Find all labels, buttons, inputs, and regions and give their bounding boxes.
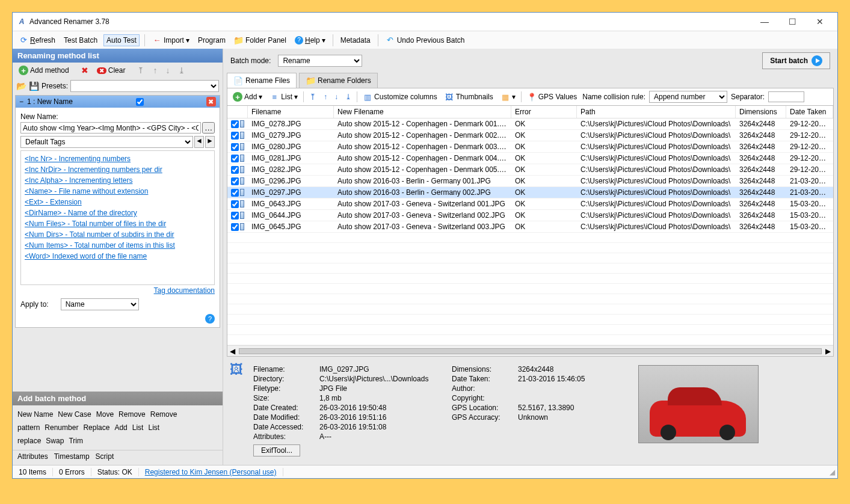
view-options-button[interactable]: ▦▾: [499, 91, 517, 102]
row-checkbox[interactable]: [231, 155, 239, 162]
new-name-input[interactable]: [20, 122, 201, 134]
batch-method-link[interactable]: Renumber: [45, 423, 78, 432]
row-checkbox[interactable]: [231, 200, 239, 208]
import-button[interactable]: ←Import ▾: [150, 34, 192, 46]
row-checkbox[interactable]: [231, 166, 239, 174]
tab-rename-files[interactable]: 📄Rename Files: [227, 73, 297, 88]
batch-method-link[interactable]: Trim: [69, 437, 83, 445]
tag-link[interactable]: <Num Items> - Total number of items in t…: [25, 240, 211, 251]
collision-select[interactable]: Append number: [649, 91, 727, 103]
col-error[interactable]: Error: [511, 106, 577, 118]
batch-method-link[interactable]: Move: [96, 410, 114, 419]
tag-link[interactable]: <Num Dirs> - Total number of subdirs in …: [25, 229, 211, 240]
metadata-button[interactable]: Metadata: [338, 35, 373, 46]
test-batch-button[interactable]: Test Batch: [61, 35, 100, 46]
table-row[interactable]: IMG_0644.JPG Auto show 2017-03 - Geneva …: [227, 210, 833, 221]
sort-up-button[interactable]: ↑: [322, 92, 329, 102]
prev-tag-button[interactable]: ◄: [194, 136, 204, 148]
col-path[interactable]: Path: [577, 106, 736, 118]
method-enabled-checkbox[interactable]: [136, 98, 144, 106]
refresh-button[interactable]: ⟳Refresh: [16, 34, 58, 46]
row-checkbox[interactable]: [231, 132, 239, 140]
table-row[interactable]: IMG_0281.JPG Auto show 2015-12 - Copenha…: [227, 153, 833, 164]
sort-down-button[interactable]: ↓: [333, 92, 340, 102]
scroll-left-icon[interactable]: ◀: [230, 347, 235, 355]
save-preset-icon[interactable]: 💾: [29, 81, 39, 91]
table-row[interactable]: IMG_0282.JPG Auto show 2015-12 - Copenha…: [227, 164, 833, 176]
tag-category-select[interactable]: Default Tags: [20, 136, 193, 148]
minimize-button[interactable]: —: [751, 13, 778, 31]
registered-link[interactable]: Registered to Kim Jensen (Personal use): [145, 468, 277, 476]
delete-method-button[interactable]: ✖: [79, 64, 91, 76]
undo-batch-button[interactable]: ↶Undo Previous Batch: [383, 34, 467, 46]
resize-grip-icon[interactable]: ◢: [827, 468, 837, 476]
next-tag-button[interactable]: ►: [205, 136, 215, 148]
method-close-button[interactable]: ✖: [206, 97, 216, 106]
presets-select[interactable]: [70, 80, 219, 92]
row-checkbox[interactable]: [231, 189, 239, 197]
move-up-button[interactable]: ↑: [150, 64, 159, 76]
apply-to-select[interactable]: Name: [61, 298, 139, 310]
sort-top-button[interactable]: ⤒: [307, 91, 318, 102]
sort-bottom-button[interactable]: ⤓: [343, 92, 353, 102]
batch-method-link[interactable]: New Name: [17, 410, 53, 419]
batch-tab[interactable]: Script: [96, 452, 114, 461]
batch-mode-select[interactable]: Rename: [278, 55, 362, 67]
batch-method-link[interactable]: Replace: [83, 423, 109, 432]
batch-tab[interactable]: Timestamp: [54, 452, 90, 461]
move-down-button[interactable]: ↓: [163, 64, 172, 76]
tag-link[interactable]: <Inc Alpha> - Incrementing letters: [25, 175, 211, 186]
move-bottom-button[interactable]: ⤓: [176, 64, 188, 76]
scroll-right-icon[interactable]: ▶: [825, 347, 831, 355]
col-filename[interactable]: Filename: [248, 106, 334, 118]
customize-columns-button[interactable]: ▥Customize columns: [361, 91, 439, 102]
row-checkbox[interactable]: [231, 177, 239, 185]
gps-values-button[interactable]: 📍GPS Values: [525, 91, 579, 102]
table-row[interactable]: IMG_0645.JPG Auto show 2017-03 - Geneva …: [227, 221, 833, 233]
batch-method-link[interactable]: List: [132, 423, 144, 432]
auto-test-button[interactable]: Auto Test: [103, 34, 140, 46]
col-date-taken[interactable]: Date Taken: [786, 106, 833, 118]
separator-input[interactable]: [768, 91, 804, 102]
add-files-button[interactable]: +Add ▾: [231, 91, 264, 102]
table-row[interactable]: IMG_0297.JPG Auto show 2016-03 - Berlin …: [227, 187, 833, 198]
folder-panel-button[interactable]: 📁Folder Panel: [232, 34, 289, 46]
batch-method-link[interactable]: Swap: [46, 437, 64, 445]
new-name-more-button[interactable]: …: [202, 122, 215, 134]
tag-link[interactable]: <Ext> - Extension: [25, 197, 211, 207]
table-row[interactable]: IMG_0280.JPG Auto show 2015-12 - Copenha…: [227, 141, 833, 153]
maximize-button[interactable]: ☐: [778, 13, 806, 31]
clear-button[interactable]: ✖Clear: [94, 65, 128, 76]
tag-link[interactable]: <Name> - File name without extension: [25, 186, 211, 197]
tab-rename-folders[interactable]: 📁Rename Folders: [299, 73, 378, 88]
col-dimensions[interactable]: Dimensions: [736, 106, 786, 118]
tag-link[interactable]: <DirName> - Name of the directory: [25, 207, 211, 218]
batch-tab[interactable]: Attributes: [17, 452, 48, 461]
horizontal-scrollbar[interactable]: ◀ ▶: [227, 345, 833, 356]
scroll-thumb[interactable]: [239, 348, 822, 354]
tag-link[interactable]: <Inc Nr> - Incrementing numbers: [25, 153, 211, 164]
exiftool-button[interactable]: ExifTool...: [253, 444, 300, 456]
batch-method-link[interactable]: Remove: [119, 410, 146, 419]
row-checkbox[interactable]: [231, 223, 239, 231]
table-row[interactable]: IMG_0278.JPG Auto show 2015-12 - Copenha…: [227, 118, 833, 130]
list-button[interactable]: ≡List ▾: [268, 91, 300, 102]
help-button[interactable]: ?Help ▾: [292, 35, 328, 46]
batch-method-link[interactable]: Add: [114, 423, 127, 432]
batch-method-link[interactable]: New Case: [58, 410, 91, 419]
collapse-icon[interactable]: −: [19, 97, 23, 106]
add-method-button[interactable]: +Add method: [16, 64, 72, 76]
open-preset-icon[interactable]: 📂: [16, 81, 26, 91]
tag-link[interactable]: <Inc NrDir> - Incrementing numbers per d…: [25, 164, 211, 175]
method-help-icon[interactable]: ?: [205, 314, 215, 324]
table-row[interactable]: IMG_0296.JPG Auto show 2016-03 - Berlin …: [227, 176, 833, 187]
col-new-filename[interactable]: New Filename: [334, 106, 511, 118]
close-button[interactable]: ✕: [806, 13, 834, 31]
tag-doc-link[interactable]: Tag documentation: [154, 286, 215, 295]
thumbnails-button[interactable]: 🖼Thumbnails: [443, 91, 495, 102]
table-row[interactable]: IMG_0643.JPG Auto show 2017-03 - Geneva …: [227, 198, 833, 210]
tag-link[interactable]: <Word> Indexed word of the file name: [25, 251, 211, 262]
move-top-button[interactable]: ⤒: [135, 64, 147, 76]
tag-link[interactable]: <Num Files> - Total number of files in t…: [25, 218, 211, 229]
row-checkbox[interactable]: [231, 120, 239, 128]
